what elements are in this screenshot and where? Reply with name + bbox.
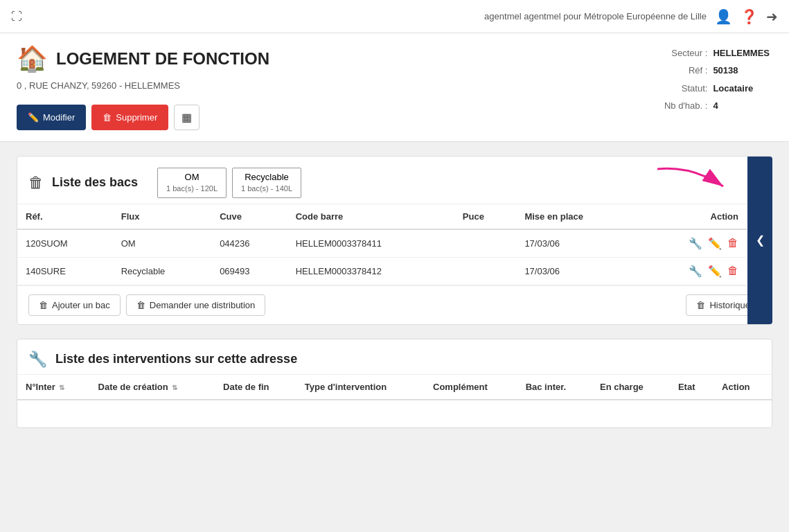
col-action: Action [639,204,747,229]
col-etat: Etat [670,375,713,400]
row2-puce [454,257,517,285]
copy-button[interactable]: ▦ [174,105,200,130]
sort-icon-n-inter: ⇅ [59,384,64,391]
bacs-section-header: 🗑 Liste des bacs OM 1 bac(s) - 120L Recy… [17,157,772,204]
row2-cuve: 069493 [211,257,287,285]
recyclable-filter-count: 1 bac(s) - 140L [241,184,292,194]
delete-icon: 🗑 [103,112,112,123]
collapse-panel[interactable]: ❮ [747,157,772,324]
col-mise-en-place: Mise en place [516,204,638,229]
page-title: LOGEMENT DE FONCTION [56,49,269,69]
header-card: 🏠 LOGEMENT DE FONCTION 0 , RUE CHANZY, 5… [0,33,789,142]
col-ref: Réf. [17,204,113,229]
table-row: 120SUOM OM 044236 HELLEM0003378411 17/03… [17,229,747,258]
row2-edit-icon[interactable]: ✏️ [708,265,722,278]
col-bac-inter: Bac inter. [517,375,592,400]
bacs-table: Réf. Flux Cuve Code barre Puce Mise en p… [17,204,747,285]
interventions-title: Liste des interventions sur cette adress… [55,352,297,366]
edit-icon: ✏️ [28,112,39,123]
col-date-creation[interactable]: Date de création ⇅ [90,375,215,400]
row1-actions: 🔧 ✏️ 🗑 [639,229,747,258]
secteur-value: HELLEMMES [710,44,772,62]
row1-flux: OM [113,229,211,258]
row1-mise-en-place: 17/03/06 [516,229,638,258]
user-info-text: agentmel agentmel pour Métropole Europée… [484,11,707,21]
bac-filters: OM 1 bac(s) - 120L Recyclable 1 bac(s) -… [157,168,301,198]
row1-delete-icon[interactable]: 🗑 [727,237,738,249]
historique-icon: 🗑 [696,300,705,310]
om-filter-button[interactable]: OM 1 bac(s) - 120L [157,168,227,198]
supprimer-button[interactable]: 🗑 Supprimer [91,105,168,130]
om-filter-label: OM [166,171,218,184]
ref-value: 50138 [710,62,772,79]
table-row [17,400,772,427]
col-complement: Complément [425,375,517,400]
distribution-icon: 🗑 [136,300,145,310]
demander-distribution-button[interactable]: 🗑 Demander une distribution [126,294,265,316]
col-n-inter[interactable]: N°Inter ⇅ [17,375,90,400]
header-info: Secteur : HELLEMMES Réf : 50138 Statut: … [662,44,772,115]
row2-delete-icon[interactable]: 🗑 [727,265,738,277]
col-cuve: Cuve [211,204,287,229]
nb-hab-value: 4 [710,97,772,114]
col-action-inter: Action [713,375,772,400]
bacs-title: Liste des bacs [52,175,138,190]
table-row: 140SURE Recyclable 069493 HELLEM00033784… [17,257,747,285]
col-flux: Flux [113,204,211,229]
col-date-fin: Date de fin [215,375,296,400]
sort-icon-date-creation: ⇅ [172,384,177,391]
ref-label: Réf : [662,62,710,79]
recyclable-filter-button[interactable]: Recyclable 1 bac(s) - 140L [232,168,301,198]
building-icon: 🏠 [17,44,48,73]
interventions-section: 🔧 Liste des interventions sur cette adre… [17,339,772,428]
statut-label: Statut: [662,80,710,97]
recyclable-filter-label: Recyclable [241,171,292,184]
interventions-table: N°Inter ⇅ Date de création ⇅ Date de fin… [17,375,772,427]
main-content: 🗑 Liste des bacs OM 1 bac(s) - 120L Recy… [0,142,789,442]
statut-value: Locataire [710,80,772,97]
bacs-footer: 🗑 Ajouter un bac 🗑 Demander une distribu… [17,285,772,324]
row2-actions: 🔧 ✏️ 🗑 [639,257,747,285]
col-puce: Puce [454,204,517,229]
row2-code-barre: HELLEM0003378412 [287,257,454,285]
row2-tool-icon[interactable]: 🔧 [689,265,702,278]
wrench-icon: 🔧 [28,351,47,369]
secteur-label: Secteur : [662,44,710,62]
add-bac-icon: 🗑 [39,300,48,310]
bacs-section: 🗑 Liste des bacs OM 1 bac(s) - 120L Recy… [17,156,772,325]
col-code-barre: Code barre [287,204,454,229]
expand-icon[interactable]: ⛶ [11,10,22,23]
user-icon[interactable]: 👤 [715,8,732,25]
row1-code-barre: HELLEM0003378411 [287,229,454,258]
copy-icon: ▦ [181,112,192,123]
om-filter-count: 1 bac(s) - 120L [166,184,218,194]
logout-icon[interactable]: ➜ [766,8,778,25]
row2-flux: Recyclable [113,257,211,285]
interventions-section-header: 🔧 Liste des interventions sur cette adre… [17,339,772,375]
nb-hab-label: Nb d'hab. : [662,97,710,114]
row2-ref: 140SURE [17,257,113,285]
address-text: 0 , RUE CHANZY, 59260 - HELLEMMES [17,80,269,91]
bacs-icon: 🗑 [28,174,44,192]
row1-edit-icon[interactable]: ✏️ [708,237,722,250]
help-icon[interactable]: ❓ [741,8,758,25]
row1-tool-icon[interactable]: 🔧 [689,237,702,250]
collapse-arrow-icon: ❮ [756,233,765,247]
row2-mise-en-place: 17/03/06 [516,257,638,285]
topbar: ⛶ agentmel agentmel pour Métropole Europ… [0,0,789,33]
col-type-intervention: Type d'intervention [296,375,425,400]
row1-puce [454,229,517,258]
col-en-charge: En charge [592,375,670,400]
row1-cuve: 044236 [211,229,287,258]
row1-ref: 120SUOM [17,229,113,258]
ajouter-bac-button[interactable]: 🗑 Ajouter un bac [28,294,121,316]
modifier-button[interactable]: ✏️ Modifier [17,105,86,130]
